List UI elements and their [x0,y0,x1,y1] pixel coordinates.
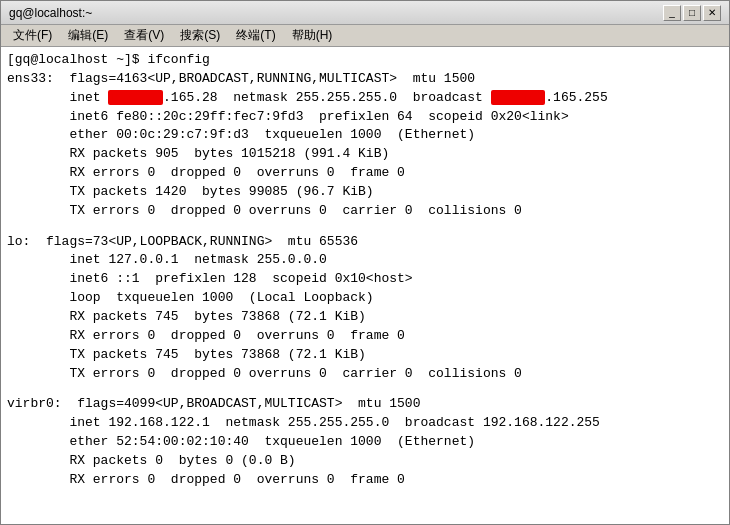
menu-search[interactable]: 搜索(S) [172,25,228,46]
terminal-line-9: lo: flags=73<UP,LOOPBACK,RUNNING> mtu 65… [7,233,723,252]
window-controls: _ □ ✕ [663,5,721,21]
terminal-line-6: RX errors 0 dropped 0 overruns 0 frame 0 [7,164,723,183]
minimize-button[interactable]: _ [663,5,681,21]
terminal-line-21: RX errors 0 dropped 0 overruns 0 frame 0 [7,471,723,490]
terminal-line-11: inet6 ::1 prefixlen 128 scopeid 0x10<hos… [7,270,723,289]
terminal-line-5: RX packets 905 bytes 1015218 (991.4 KiB) [7,145,723,164]
terminal-window: gq@localhost:~ _ □ ✕ 文件(F) 编辑(E) 查看(V) 搜… [0,0,730,525]
terminal-line-14: RX errors 0 dropped 0 overruns 0 frame 0 [7,327,723,346]
terminal-line-20: RX packets 0 bytes 0 (0.0 B) [7,452,723,471]
terminal-line-3: inet6 fe80::20c:29ff:fec7:9fd3 prefixlen… [7,108,723,127]
terminal-line-17: virbr0: flags=4099<UP,BROADCAST,MULTICAS… [7,395,723,414]
redacted-ip-1: 192.168 [108,90,163,105]
menu-file[interactable]: 文件(F) [5,25,60,46]
terminal-line-12: loop txqueuelen 1000 (Local Loopback) [7,289,723,308]
title-bar: gq@localhost:~ _ □ ✕ [1,1,729,25]
menu-bar: 文件(F) 编辑(E) 查看(V) 搜索(S) 终端(T) 帮助(H) [1,25,729,47]
terminal-line-16: TX errors 0 dropped 0 overruns 0 carrier… [7,365,723,384]
terminal-line-13: RX packets 745 bytes 73868 (72.1 KiB) [7,308,723,327]
terminal-line-4: ether 00:0c:29:c7:9f:d3 txqueuelen 1000 … [7,126,723,145]
terminal-prompt: [gq@localhost ~]$ ifconfig [7,51,723,70]
terminal-output[interactable]: [gq@localhost ~]$ ifconfig ens33: flags=… [1,47,729,524]
menu-terminal[interactable]: 终端(T) [228,25,283,46]
menu-edit[interactable]: 编辑(E) [60,25,116,46]
menu-help[interactable]: 帮助(H) [284,25,341,46]
terminal-line-8: TX errors 0 dropped 0 overruns 0 carrier… [7,202,723,221]
redacted-ip-2: 192.168 [491,90,546,105]
close-button[interactable]: ✕ [703,5,721,21]
section-gap-1 [7,221,723,233]
terminal-line-15: TX packets 745 bytes 73868 (72.1 KiB) [7,346,723,365]
terminal-line-19: ether 52:54:00:02:10:40 txqueuelen 1000 … [7,433,723,452]
terminal-line-2: inet 192.168.165.28 netmask 255.255.255.… [7,89,723,108]
window-title: gq@localhost:~ [9,6,92,20]
maximize-button[interactable]: □ [683,5,701,21]
section-gap-2 [7,383,723,395]
terminal-line-18: inet 192.168.122.1 netmask 255.255.255.0… [7,414,723,433]
menu-view[interactable]: 查看(V) [116,25,172,46]
terminal-line-1: ens33: flags=4163<UP,BROADCAST,RUNNING,M… [7,70,723,89]
terminal-line-7: TX packets 1420 bytes 99085 (96.7 KiB) [7,183,723,202]
terminal-line-10: inet 127.0.0.1 netmask 255.0.0.0 [7,251,723,270]
